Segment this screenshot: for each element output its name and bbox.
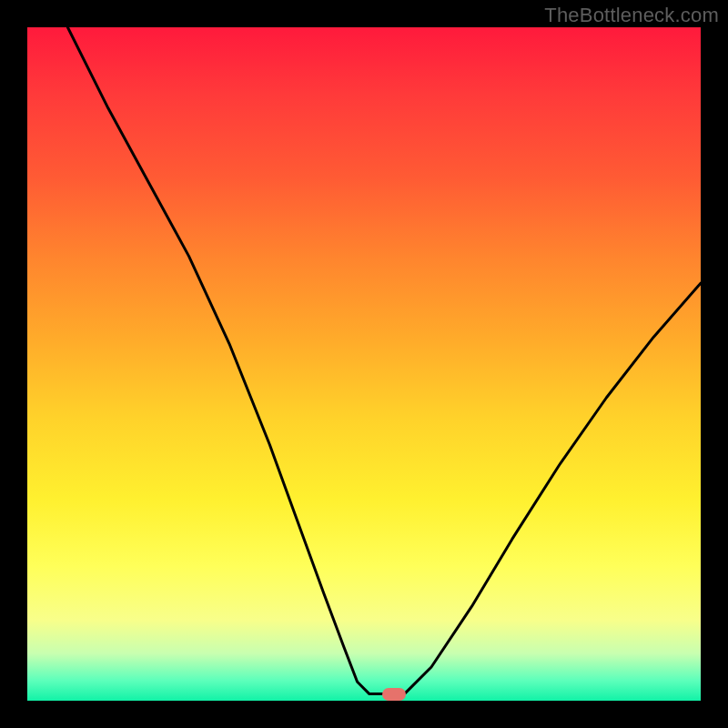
min-marker bbox=[382, 688, 406, 701]
chart-frame: TheBottleneck.com bbox=[0, 0, 728, 728]
watermark-text: TheBottleneck.com bbox=[544, 4, 719, 27]
plot-area bbox=[27, 27, 701, 701]
curve-path bbox=[67, 27, 701, 694]
bottleneck-curve bbox=[27, 27, 701, 701]
